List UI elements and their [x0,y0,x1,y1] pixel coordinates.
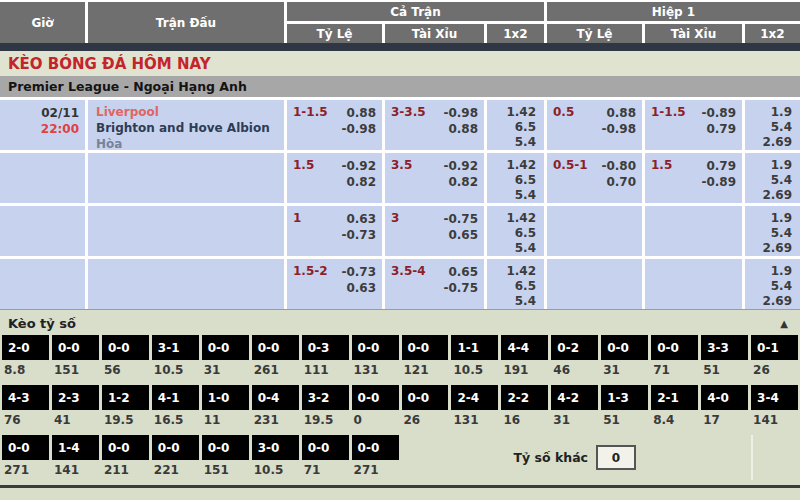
h1-over-under-odd[interactable]: 0.79 [706,158,736,174]
score-odds[interactable]: 71 [302,460,349,480]
score-box[interactable]: 0-0 [202,335,249,360]
ft-handicap-odd[interactable]: 0.63 [346,280,376,296]
ft-over-under-odd[interactable]: 0.65 [448,264,478,280]
score-box[interactable]: 0-0 [402,335,449,360]
score-box[interactable]: 1-0 [202,385,249,410]
score-box[interactable]: 4-1 [152,385,199,410]
score-box[interactable]: 0-0 [152,435,199,460]
score-odds[interactable]: 56 [102,360,149,380]
score-odds[interactable]: 231 [252,410,299,430]
score-odds[interactable]: 131 [352,360,399,380]
ft-1x2-odd[interactable]: 6.5 [515,173,536,188]
score-box[interactable]: 0-2 [551,335,598,360]
score-box[interactable]: 2-1 [651,385,698,410]
score-box[interactable]: 0-0 [352,335,399,360]
ft-over-under-odd[interactable]: 0.82 [448,174,478,190]
h1-1x2-odd[interactable]: 5.4 [771,226,792,241]
score-odds[interactable]: 10.5 [252,460,299,480]
score-box[interactable]: 1-2 [102,385,149,410]
score-odds[interactable]: 16.5 [152,410,199,430]
score-odds[interactable]: 141 [751,410,798,430]
score-box[interactable]: 0-0 [601,335,648,360]
score-box[interactable]: 0-0 [52,335,99,360]
ft-1x2-odd[interactable]: 1.42 [506,158,536,173]
ft-1x2-odd[interactable]: 5.4 [515,188,536,203]
score-box[interactable]: 2-3 [52,385,99,410]
ft-handicap-odd[interactable]: 0.82 [346,174,376,190]
score-box[interactable]: 0-0 [102,335,149,360]
score-odds[interactable]: 151 [52,360,99,380]
score-box[interactable]: 1-4 [52,435,99,460]
away-team[interactable]: Brighton and Hove Albion [96,120,284,136]
h1-handicap-odd[interactable]: 0.70 [606,174,636,190]
score-odds[interactable]: 26 [751,360,798,380]
ft-1x2-odd[interactable]: 6.5 [515,226,536,241]
score-odds[interactable]: 8.4 [651,410,698,430]
ft-1x2-odd[interactable]: 6.5 [515,120,536,135]
h1-1x2-odd[interactable]: 1.9 [771,264,792,279]
score-box[interactable]: 0-0 [302,435,349,460]
score-box[interactable]: 1-3 [601,385,648,410]
h1-1x2-odd[interactable]: 2.69 [762,135,792,150]
h1-1x2-odd[interactable]: 1.9 [771,211,792,226]
h1-over-under-odd[interactable]: -0.89 [701,105,736,121]
h1-handicap-odd[interactable]: -0.98 [601,121,636,137]
h1-over-under-odd[interactable]: -0.89 [701,174,736,190]
score-box[interactable]: 1-1 [451,335,498,360]
score-box[interactable]: 0-1 [751,335,798,360]
score-box[interactable]: 4-0 [701,385,748,410]
ft-1x2-odd[interactable]: 5.4 [515,294,536,309]
other-score-input[interactable]: 0 [596,445,636,470]
ft-1x2-odd[interactable]: 1.42 [506,211,536,226]
ft-1x2-odd[interactable]: 1.42 [506,105,536,120]
home-team[interactable]: Liverpool [96,104,284,120]
h1-1x2-odd[interactable]: 1.9 [771,158,792,173]
h1-1x2-odd[interactable]: 2.69 [762,241,792,256]
score-odds[interactable]: 121 [402,360,449,380]
score-box[interactable]: 0-0 [102,435,149,460]
score-box[interactable]: 0-3 [302,335,349,360]
score-odds[interactable]: 51 [701,360,748,380]
ft-handicap-odd[interactable]: 0.88 [346,105,376,121]
score-box[interactable]: 3-4 [751,385,798,410]
score-odds[interactable]: 76 [2,410,49,430]
ft-handicap-odd[interactable]: -0.73 [341,227,376,243]
score-odds[interactable]: 17 [701,410,748,430]
h1-1x2-odd[interactable]: 2.69 [762,294,792,309]
score-odds[interactable]: 0 [352,410,399,430]
score-box[interactable]: 3-2 [302,385,349,410]
score-odds[interactable]: 8.8 [2,360,49,380]
ft-handicap-odd[interactable]: -0.98 [341,121,376,137]
score-odds[interactable]: 221 [152,460,199,480]
score-box[interactable]: 0-0 [651,335,698,360]
score-box[interactable]: 2-0 [2,335,49,360]
score-odds[interactable]: 191 [501,360,548,380]
score-box[interactable]: 3-1 [152,335,199,360]
ft-over-under-odd[interactable]: 0.65 [448,227,478,243]
score-odds[interactable]: 271 [2,460,49,480]
score-box[interactable]: 0-0 [2,435,49,460]
ft-over-under-odd[interactable]: -0.75 [443,280,478,296]
score-odds[interactable]: 141 [52,460,99,480]
ft-1x2-odd[interactable]: 1.42 [506,264,536,279]
score-box[interactable]: 2-4 [451,385,498,410]
score-box[interactable]: 0-0 [352,385,399,410]
score-odds[interactable]: 46 [551,360,598,380]
collapse-arrow-icon[interactable]: ▲ [780,318,788,329]
score-odds[interactable]: 151 [202,460,249,480]
score-box[interactable]: 4-4 [501,335,548,360]
score-odds[interactable]: 19.5 [102,410,149,430]
h1-handicap-odd[interactable]: -0.80 [601,158,636,174]
score-odds[interactable]: 211 [102,460,149,480]
h1-handicap-odd[interactable]: 0.88 [606,105,636,121]
ft-over-under-odd[interactable]: -0.75 [443,211,478,227]
score-odds[interactable]: 16 [501,410,548,430]
ft-over-under-odd[interactable]: 0.88 [448,121,478,137]
score-odds[interactable]: 261 [252,360,299,380]
score-odds[interactable]: 111 [302,360,349,380]
score-box[interactable]: 3-3 [701,335,748,360]
score-odds[interactable]: 31 [601,360,648,380]
score-box[interactable]: 4-3 [2,385,49,410]
ft-handicap-odd[interactable]: -0.92 [341,158,376,174]
score-box[interactable]: 0-4 [252,385,299,410]
